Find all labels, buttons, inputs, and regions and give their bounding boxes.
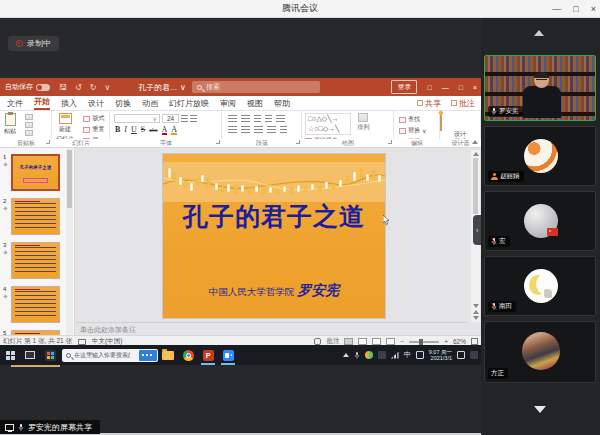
slide-canvas[interactable]: 孔子的君子之道 中国人民大学哲学院罗安宪 bbox=[163, 154, 385, 318]
numbering-icon[interactable] bbox=[241, 115, 250, 123]
autosave-toggle[interactable]: 自动保存 bbox=[5, 82, 50, 92]
slideshow-icon[interactable] bbox=[386, 338, 395, 345]
strikethrough-button[interactable]: S bbox=[141, 125, 145, 134]
close-icon[interactable]: × bbox=[591, 4, 596, 14]
save-icon[interactable]: 🖫 bbox=[59, 83, 67, 92]
pinned-app-button[interactable] bbox=[40, 345, 60, 365]
shape-gallery[interactable]: □○△◇╲→ ☆○□◇→╲ bbox=[305, 113, 351, 135]
thumbnail-scrollbar[interactable] bbox=[66, 148, 73, 335]
comments-button[interactable]: 批注 bbox=[451, 98, 475, 109]
participant-tile[interactable]: 南田 bbox=[484, 256, 596, 316]
notes-toggle-icon[interactable] bbox=[314, 338, 321, 345]
dialog-launcher-icon[interactable] bbox=[46, 140, 50, 144]
zoom-slider[interactable] bbox=[409, 341, 439, 343]
display-settings-icon[interactable] bbox=[78, 339, 86, 345]
dialog-launcher-icon[interactable] bbox=[216, 140, 220, 144]
ppt-search-box[interactable]: 搜索 bbox=[192, 81, 320, 93]
taskbar-search-box[interactable]: 在这里输入你要搜索的内容 bbox=[62, 349, 158, 362]
collapse-videos-icon[interactable] bbox=[534, 30, 544, 36]
find-button[interactable]: 查找 bbox=[399, 115, 439, 124]
previous-slide-icon[interactable] bbox=[473, 310, 479, 314]
normal-view-icon[interactable] bbox=[344, 338, 353, 345]
scrollbar-thumb[interactable] bbox=[473, 158, 478, 214]
file-explorer-button[interactable] bbox=[158, 345, 178, 365]
start-button[interactable] bbox=[0, 345, 20, 365]
tencent-meeting-button[interactable] bbox=[218, 345, 238, 365]
copy-icon[interactable] bbox=[25, 122, 33, 128]
font-name-box[interactable]: ∨ bbox=[114, 114, 160, 123]
notes-pane[interactable]: 单击此处添加备注 bbox=[76, 322, 467, 335]
participant-tile[interactable]: 赵丽娟 bbox=[484, 126, 596, 186]
share-button[interactable]: 共享 bbox=[417, 98, 441, 109]
fit-to-window-icon[interactable] bbox=[471, 338, 478, 345]
task-view-button[interactable] bbox=[20, 345, 40, 365]
slide-sorter-icon[interactable] bbox=[358, 338, 367, 345]
justify-icon[interactable] bbox=[267, 126, 276, 134]
scroll-up-icon[interactable] bbox=[473, 152, 479, 156]
action-center-icon[interactable] bbox=[457, 351, 465, 359]
show-desktop-button[interactable] bbox=[470, 351, 478, 359]
tab-file[interactable]: 文件 bbox=[7, 98, 23, 109]
tab-home[interactable]: 开始 bbox=[34, 96, 50, 110]
tab-slideshow[interactable]: 幻灯片放映 bbox=[169, 98, 209, 109]
tab-transitions[interactable]: 切换 bbox=[115, 98, 131, 109]
tray-mic-icon[interactable] bbox=[354, 351, 360, 360]
touch-keyboard-icon[interactable] bbox=[416, 351, 424, 359]
participant-tile-video[interactable]: 罗安宪 bbox=[484, 55, 596, 121]
signin-button[interactable]: 登录 bbox=[391, 80, 417, 94]
reset-button[interactable]: 重置 bbox=[83, 125, 104, 134]
redo-icon[interactable]: ↻ bbox=[90, 83, 97, 92]
bold-button[interactable]: B bbox=[115, 125, 120, 134]
layout-button[interactable]: 版式 bbox=[83, 114, 104, 123]
tab-animations[interactable]: 动画 bbox=[142, 98, 158, 109]
collapse-ribbon-icon[interactable] bbox=[472, 140, 478, 144]
decrease-font-icon[interactable] bbox=[190, 115, 197, 123]
decrease-indent-icon[interactable] bbox=[254, 115, 261, 123]
chrome-button[interactable] bbox=[178, 345, 198, 365]
replace-button[interactable]: 替换 ∨ bbox=[399, 126, 439, 135]
tab-help[interactable]: 帮助 bbox=[274, 98, 290, 109]
undo-icon[interactable]: ↺ bbox=[75, 83, 82, 92]
tab-view[interactable]: 视图 bbox=[247, 98, 263, 109]
taskbar-clock[interactable]: 9:07 周一2021/3/1 bbox=[429, 349, 452, 361]
line-spacing-icon[interactable] bbox=[276, 115, 285, 123]
tab-review[interactable]: 审阅 bbox=[220, 98, 236, 109]
format-painter-icon[interactable] bbox=[25, 130, 33, 136]
font-color-button[interactable]: A bbox=[162, 125, 168, 134]
recording-badge[interactable]: 录制中 bbox=[8, 36, 59, 51]
tray-app-icon[interactable] bbox=[365, 351, 373, 359]
align-right-icon[interactable] bbox=[254, 126, 263, 134]
input-method-indicator[interactable]: 中 bbox=[404, 350, 411, 360]
highlight-color-button[interactable]: A bbox=[171, 125, 177, 134]
reading-view-icon[interactable] bbox=[372, 338, 381, 345]
search-highlight-chip[interactable] bbox=[139, 350, 157, 361]
paste-button[interactable]: 粘贴 bbox=[4, 113, 16, 136]
network-icon[interactable] bbox=[391, 352, 399, 359]
font-size-box[interactable]: 24 bbox=[162, 114, 179, 123]
zoom-in-icon[interactable]: + bbox=[444, 338, 448, 345]
more-participants-icon[interactable] bbox=[534, 406, 546, 413]
minimize-icon[interactable]: — bbox=[552, 4, 561, 14]
ribbon-options-icon[interactable]: □ bbox=[427, 84, 431, 91]
columns-icon[interactable] bbox=[280, 126, 287, 134]
dialog-launcher-icon[interactable] bbox=[388, 140, 392, 144]
cut-icon[interactable] bbox=[25, 114, 33, 120]
ppt-close-icon[interactable]: × bbox=[473, 84, 477, 91]
underline-button[interactable]: U bbox=[131, 125, 137, 134]
sidebar-handle[interactable]: › bbox=[473, 215, 481, 245]
zoom-out-icon[interactable]: − bbox=[400, 338, 404, 345]
tray-expand-icon[interactable] bbox=[343, 353, 349, 357]
bullets-icon[interactable] bbox=[228, 115, 237, 123]
tray-app-icon[interactable] bbox=[378, 351, 386, 359]
participant-tile[interactable]: 宏 bbox=[484, 191, 596, 251]
tab-insert[interactable]: 插入 bbox=[61, 98, 77, 109]
arrange-button[interactable]: 排列 bbox=[357, 113, 369, 132]
align-left-icon[interactable] bbox=[228, 126, 237, 134]
participant-tile[interactable]: 方正 bbox=[484, 321, 596, 383]
qat-dropdown-icon[interactable]: ∨ bbox=[104, 83, 110, 92]
design-ideas-button[interactable]: 设计 灵感 bbox=[440, 111, 481, 139]
powerpoint-button[interactable]: P bbox=[198, 345, 218, 365]
maximize-icon[interactable]: □ bbox=[573, 4, 578, 14]
tab-design[interactable]: 设计 bbox=[88, 98, 104, 109]
align-center-icon[interactable] bbox=[241, 126, 250, 134]
